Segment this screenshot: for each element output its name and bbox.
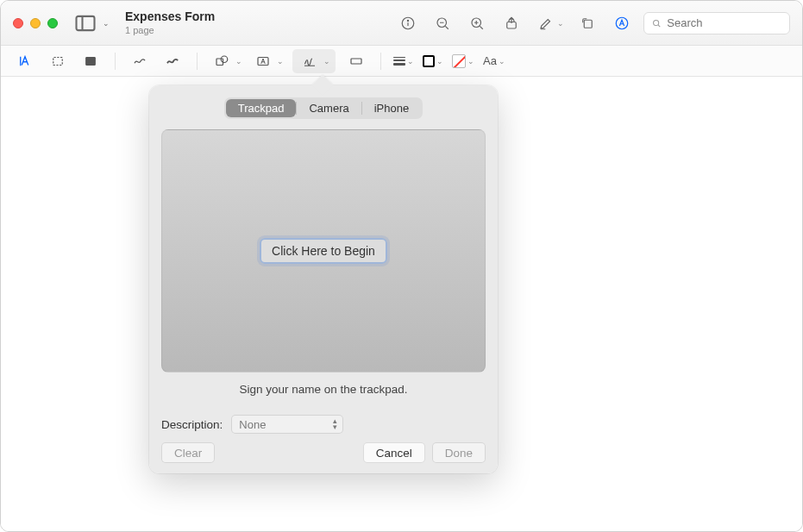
redact-tool[interactable] <box>78 51 103 72</box>
stroke-color-menu[interactable]: ⌄ <box>423 55 443 67</box>
svg-line-6 <box>445 26 448 28</box>
title-block: Expenses Form 1 page <box>125 10 215 34</box>
close-window-button[interactable] <box>13 18 23 28</box>
select-arrows-icon: ▴▾ <box>333 418 337 430</box>
sign-tool[interactable]: ⌄ <box>292 49 336 73</box>
svg-point-17 <box>654 20 659 25</box>
markup-button[interactable] <box>609 10 635 36</box>
chevron-down-icon: ⌄ <box>277 57 284 66</box>
markup-toolbar: ⌄ ⌄ ⌄ ⌄ ⌄ ⌄ <box>1 46 802 77</box>
description-value: None <box>239 418 266 431</box>
fill-color-menu[interactable]: ⌄ <box>452 54 474 68</box>
form-field-tool[interactable] <box>344 51 368 72</box>
text-selection-tool[interactable] <box>13 51 37 72</box>
svg-point-4 <box>407 20 408 21</box>
svg-rect-25 <box>351 59 361 64</box>
highlight-button[interactable] <box>533 10 559 36</box>
search-field[interactable] <box>643 12 790 34</box>
search-input[interactable] <box>667 16 782 29</box>
description-row: Description: None ▴▾ <box>161 415 486 434</box>
minimize-window-button[interactable] <box>30 18 41 28</box>
document-subtitle: 1 page <box>125 25 215 35</box>
highlight-menu-chevron-icon[interactable]: ⌄ <box>557 19 564 28</box>
draw-tool[interactable] <box>160 51 185 72</box>
cancel-button[interactable]: Cancel <box>363 442 425 463</box>
signature-instruction: Sign your name on the trackpad. <box>161 383 486 396</box>
info-button[interactable] <box>395 10 421 36</box>
share-button[interactable] <box>499 10 524 36</box>
text-box-tool[interactable]: ⌄ <box>251 51 284 72</box>
chevron-down-icon: ⌄ <box>467 57 474 66</box>
zoom-in-button[interactable] <box>464 10 490 36</box>
rect-selection-tool[interactable] <box>46 51 70 72</box>
signature-pad[interactable]: Click Here to Begin <box>161 129 486 372</box>
tab-camera[interactable]: Camera <box>297 99 361 117</box>
separator <box>115 53 116 70</box>
zoom-window-button[interactable] <box>47 18 58 28</box>
svg-line-9 <box>480 26 482 28</box>
zoom-out-button[interactable] <box>430 10 455 36</box>
fill-color-swatch <box>452 54 466 68</box>
signature-source-tabs: Trackpad Camera iPhone <box>161 97 486 119</box>
sketch-tool[interactable] <box>128 51 152 72</box>
stroke-width-menu[interactable]: ⌄ <box>393 57 414 66</box>
search-icon <box>651 17 662 29</box>
svg-line-18 <box>658 25 660 27</box>
tab-iphone[interactable]: iPhone <box>362 99 421 117</box>
stroke-lines-icon <box>393 57 405 66</box>
svg-rect-15 <box>584 20 592 28</box>
chevron-down-icon: ⌄ <box>436 57 443 66</box>
text-style-menu[interactable]: Aa ⌄ <box>483 54 505 67</box>
begin-signature-button[interactable]: Click Here to Begin <box>260 238 387 264</box>
text-style-label: Aa <box>483 54 497 67</box>
window-controls <box>13 18 58 28</box>
svg-point-23 <box>221 56 228 63</box>
separator <box>197 53 198 70</box>
description-select[interactable]: None ▴▾ <box>231 415 343 434</box>
svg-rect-20 <box>53 57 63 65</box>
rotate-button[interactable] <box>574 10 600 36</box>
clear-button[interactable]: Clear <box>161 442 215 463</box>
tab-trackpad[interactable]: Trackpad <box>226 99 297 117</box>
chevron-down-icon: ⌄ <box>407 57 414 66</box>
chevron-down-icon: ⌄ <box>499 57 505 66</box>
shapes-menu[interactable]: ⌄ <box>210 51 242 72</box>
titlebar: ⌄ Expenses Form 1 page ⌄ <box>1 1 802 46</box>
svg-rect-21 <box>86 57 96 65</box>
titlebar-actions: ⌄ <box>395 10 790 36</box>
chevron-down-icon: ⌄ <box>235 57 242 66</box>
done-button[interactable]: Done <box>432 442 486 463</box>
signature-popover: Trackpad Camera iPhone Click Here to Beg… <box>149 85 498 473</box>
separator <box>380 53 381 70</box>
popover-buttons: Clear Cancel Done <box>161 442 486 463</box>
document-title: Expenses Form <box>125 10 215 23</box>
sidebar-toggle-button[interactable] <box>73 14 97 33</box>
stroke-color-swatch <box>423 55 435 67</box>
view-menu-chevron-icon[interactable]: ⌄ <box>103 19 110 28</box>
chevron-down-icon: ⌄ <box>323 57 330 66</box>
svg-rect-0 <box>77 16 95 29</box>
description-label: Description: <box>161 418 223 431</box>
app-window: ⌄ Expenses Form 1 page ⌄ <box>0 0 803 532</box>
